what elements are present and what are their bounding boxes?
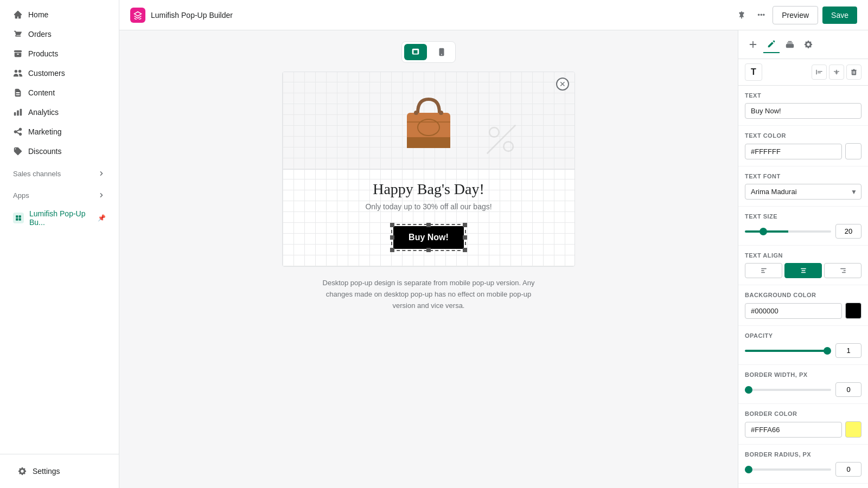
- more-options-icon: •••: [757, 11, 765, 19]
- align-right-button[interactable]: [824, 263, 861, 278]
- settings-icon-sidebar: [17, 466, 27, 476]
- panel-text-size-section: TEXT SIZE: [738, 207, 868, 246]
- align-left-button[interactable]: [745, 263, 782, 278]
- text-section-label: TEXT: [745, 92, 861, 99]
- resize-handle-bl[interactable]: [390, 248, 394, 252]
- align-center-button[interactable]: [784, 263, 822, 278]
- sidebar-item-orders[interactable]: Orders: [4, 25, 114, 43]
- canvas-info: Desktop pop-up design is separate from m…: [320, 278, 537, 311]
- arrange-left-icon[interactable]: [812, 65, 827, 80]
- sidebar-item-orders-label: Orders: [28, 30, 52, 38]
- content-icon: [13, 88, 23, 98]
- text-align-label: TEXT ALIGN: [745, 252, 861, 259]
- bag-illustration: [391, 83, 467, 159]
- border-radius-slider[interactable]: [745, 468, 831, 471]
- settings-label: Settings: [33, 467, 60, 476]
- popup-image-area: [283, 72, 575, 170]
- topbar-app-svg: [133, 11, 142, 20]
- panel-text-color-section: TEXT COLOR: [738, 126, 868, 166]
- panel-settings-button[interactable]: [800, 36, 816, 53]
- border-width-input[interactable]: [835, 382, 861, 397]
- panel-top-toolbar: [738, 30, 868, 59]
- home-icon: [13, 10, 23, 20]
- border-width-row: [745, 382, 861, 397]
- lumifish-app-icon: [13, 213, 24, 223]
- mobile-view-button[interactable]: [430, 44, 453, 60]
- delete-element-icon[interactable]: [846, 65, 861, 80]
- preview-button[interactable]: Preview: [773, 6, 818, 24]
- resize-handle-br[interactable]: [463, 248, 467, 252]
- more-options-button[interactable]: •••: [754, 8, 768, 22]
- border-width-slider[interactable]: [745, 389, 831, 391]
- sidebar-item-home[interactable]: Home: [4, 5, 114, 24]
- svg-point-10: [489, 127, 499, 137]
- popup-cta-button[interactable]: Buy Now!: [393, 226, 464, 249]
- resize-handle-mr[interactable]: [463, 235, 467, 240]
- svg-point-12: [503, 142, 513, 151]
- sidebar-item-discounts[interactable]: Discounts: [4, 142, 114, 160]
- pin-icon[interactable]: 📌: [98, 214, 106, 222]
- resize-handle-tl[interactable]: [390, 223, 394, 227]
- font-select-wrapper: Arima Madurai Arial Georgia Helvetica Ti…: [745, 184, 861, 200]
- resize-handle-ml[interactable]: [390, 235, 394, 240]
- popup-cta-wrapper[interactable]: Buy Now!: [391, 224, 466, 251]
- sidebar-item-customers[interactable]: Customers: [4, 64, 114, 82]
- border-color-row: [745, 421, 861, 438]
- svg-rect-3: [19, 219, 21, 221]
- sidebar-nav: Home Orders Products Customers Content A…: [0, 0, 119, 454]
- sidebar-item-marketing-label: Marketing: [28, 127, 61, 136]
- text-element-icon[interactable]: T: [745, 63, 762, 81]
- desktop-view-button[interactable]: [404, 44, 427, 60]
- canvas-info-text: Desktop pop-up design is separate from m…: [323, 279, 535, 310]
- resize-handle-tc[interactable]: [426, 223, 431, 227]
- sidebar-item-analytics[interactable]: Analytics: [4, 103, 114, 121]
- opacity-label: OPACITY: [745, 332, 861, 339]
- canvas-area: ✕: [119, 30, 738, 488]
- popup-close-button[interactable]: ✕: [556, 78, 569, 91]
- text-size-input[interactable]: [835, 224, 861, 239]
- sidebar-item-content[interactable]: Content: [4, 84, 114, 102]
- resize-handle-bc[interactable]: [426, 248, 431, 252]
- svg-rect-0: [16, 215, 18, 217]
- bg-color-swatch[interactable]: [845, 303, 861, 319]
- size-row: [745, 224, 861, 239]
- panel-edit-button[interactable]: [763, 36, 780, 53]
- sidebar-item-marketing[interactable]: Marketing: [4, 123, 114, 141]
- resize-handle-tr[interactable]: [463, 223, 467, 227]
- lumifish-app-item[interactable]: Lumifish Pop-Up Bu... 📌: [4, 205, 114, 231]
- sales-channels-header[interactable]: Sales channels: [4, 165, 114, 182]
- panel-layers-button[interactable]: [782, 36, 798, 53]
- builder-area: ✕: [119, 30, 868, 488]
- desktop-icon: [411, 47, 420, 57]
- text-size-slider[interactable]: [745, 230, 831, 233]
- sidebar-item-discounts-label: Discounts: [28, 147, 61, 156]
- products-icon: [13, 49, 23, 59]
- svg-point-9: [439, 111, 443, 115]
- sidebar-item-settings[interactable]: Settings: [9, 462, 110, 480]
- align-left-icon: [760, 267, 768, 274]
- bg-color-input[interactable]: [745, 303, 842, 319]
- apps-header[interactable]: Apps: [4, 187, 114, 204]
- text-color-input[interactable]: [745, 144, 842, 159]
- opacity-input[interactable]: [835, 343, 861, 358]
- text-color-swatch[interactable]: [845, 143, 861, 159]
- pin-topbar-button[interactable]: [733, 7, 750, 23]
- panel-layers-icon: [785, 40, 795, 49]
- font-select[interactable]: Arima Madurai Arial Georgia Helvetica Ti…: [745, 184, 861, 200]
- svg-line-11: [487, 125, 516, 154]
- bg-color-row: [745, 303, 861, 319]
- analytics-icon: [13, 107, 23, 117]
- text-font-label: TEXT FONT: [745, 173, 861, 179]
- text-input[interactable]: [745, 103, 861, 119]
- save-button[interactable]: Save: [822, 7, 857, 24]
- border-color-input[interactable]: [745, 422, 842, 438]
- panel-add-icon: [748, 40, 758, 49]
- sidebar-item-products[interactable]: Products: [4, 44, 114, 63]
- border-radius-input[interactable]: [835, 462, 861, 477]
- border-color-swatch[interactable]: [845, 421, 861, 438]
- panel-add-button[interactable]: [745, 36, 761, 53]
- arrange-center-icon[interactable]: [829, 65, 844, 80]
- topbar-left: Lumifish Pop-Up Builder: [130, 8, 233, 23]
- svg-rect-2: [16, 219, 18, 221]
- opacity-slider[interactable]: [745, 350, 831, 352]
